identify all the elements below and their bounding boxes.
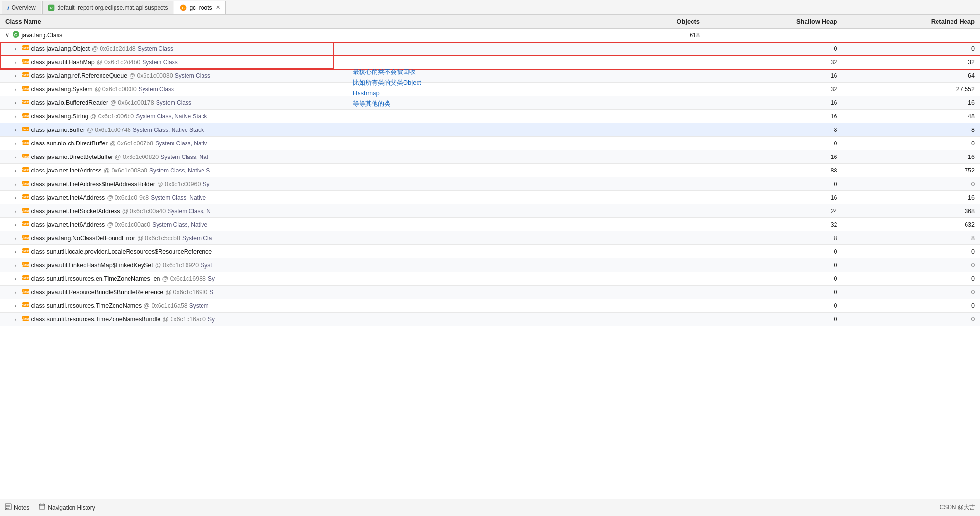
expand-arrow[interactable]: › [15, 141, 20, 146]
table-row[interactable]: ›classclass java.lang.String @ 0x6c1c006… [0, 110, 980, 123]
cell-retained-heap: 32 [842, 56, 980, 69]
expand-arrow[interactable]: › [15, 208, 20, 214]
class-name-cell[interactable]: ∨Cjava.lang.Class [0, 29, 602, 42]
bottom-tab-notes[interactable]: Notes [5, 503, 29, 512]
table-row[interactable]: ›classclass java.lang.Object @ 0x6c1c2d1… [0, 42, 980, 56]
class-name-cell[interactable]: ›classclass java.lang.System @ 0x6c1c000… [0, 83, 602, 96]
expand-arrow[interactable]: › [15, 316, 20, 322]
class-name-cell[interactable]: ›classclass java.lang.NoClassDefFoundErr… [0, 231, 602, 245]
class-type-badge: System Class, Nat [160, 154, 208, 160]
cell-shallow-heap: 0 [705, 272, 842, 286]
table-wrapper[interactable]: Class Name Objects Shallow Heap Retained… [0, 14, 980, 499]
expand-arrow[interactable]: › [15, 222, 20, 228]
class-name-cell[interactable]: ›classclass java.util.LinkedHashMap$Link… [0, 258, 602, 272]
expand-arrow[interactable]: › [15, 114, 20, 119]
class-name-cell[interactable]: ›classclass java.io.BufferedReader @ 0x6… [0, 96, 602, 110]
class-name-cell[interactable]: ›classclass java.net.InetSocketAddress @… [0, 204, 602, 218]
class-name-cell[interactable]: ›classclass java.nio.DirectByteBuffer @ … [0, 150, 602, 164]
table-row[interactable]: ›classclass sun.util.resources.TimeZoneN… [0, 313, 980, 326]
tab-overview[interactable]: i Overview [2, 1, 41, 14]
class-name-text: class sun.util.locale.provider.LocaleRes… [31, 248, 212, 255]
table-row[interactable]: ›classclass java.net.InetAddress @ 0x6c1… [0, 164, 980, 177]
expand-arrow[interactable]: › [15, 235, 20, 241]
table-row[interactable]: ›classclass sun.util.locale.provider.Loc… [0, 245, 980, 258]
class-name-cell[interactable]: ›classclass java.util.HashMap @ 0x6c1c2d… [0, 56, 602, 69]
class-name-cell[interactable]: ›classclass sun.util.resources.en.TimeZo… [0, 272, 602, 286]
expand-arrow[interactable]: › [15, 262, 20, 268]
table-row[interactable]: ›classclass java.io.BufferedReader @ 0x6… [0, 96, 980, 110]
svg-text:class: class [22, 100, 29, 104]
class-name-text: class sun.util.resources.TimeZoneNamesBu… [31, 316, 161, 323]
table-row[interactable]: ›classclass java.util.LinkedHashMap$Link… [0, 258, 980, 272]
table-row[interactable]: ›classclass java.net.InetAddress$InetAdd… [0, 177, 980, 191]
table-row[interactable]: ›classclass sun.nio.ch.DirectBuffer @ 0x… [0, 137, 980, 150]
class-name-cell[interactable]: ›classclass java.net.InetAddress @ 0x6c1… [0, 164, 602, 177]
cell-shallow-heap: 16 [705, 110, 842, 123]
expand-arrow[interactable]: › [15, 181, 20, 187]
cell-shallow-heap: 32 [705, 56, 842, 69]
expand-arrow[interactable]: › [15, 100, 20, 106]
expand-arrow[interactable]: › [15, 249, 20, 255]
class-name-cell[interactable]: ›classclass java.net.InetAddress$InetAdd… [0, 177, 602, 191]
class-name-cell[interactable]: ›classclass sun.util.resources.TimeZoneN… [0, 299, 602, 313]
expand-arrow[interactable]: › [15, 86, 20, 92]
expand-arrow[interactable]: › [15, 195, 20, 201]
table-row[interactable]: ›classclass sun.util.resources.TimeZoneN… [0, 299, 980, 313]
class-name-cell[interactable]: ›classclass java.net.Inet6Address @ 0x6c… [0, 218, 602, 231]
table-row[interactable]: ›classclass java.net.InetSocketAddress @… [0, 204, 980, 218]
class-name-cell[interactable]: ›classclass java.nio.Buffer @ 0x6c1c0074… [0, 123, 602, 137]
table-row[interactable]: ›classclass java.nio.Buffer @ 0x6c1c0074… [0, 123, 980, 137]
cell-retained-heap: 16 [842, 191, 980, 204]
class-name-cell[interactable]: ›classclass java.lang.Object @ 0x6c1c2d1… [0, 42, 602, 56]
expand-arrow[interactable]: › [15, 168, 20, 173]
table-row[interactable]: ›classclass sun.util.resources.en.TimeZo… [0, 272, 980, 286]
col-header-classname[interactable]: Class Name [0, 15, 602, 29]
table-row[interactable]: ›classclass java.util.HashMap @ 0x6c1c2d… [0, 56, 980, 69]
class-name-cell[interactable]: ›classclass java.util.ResourceBundle$Bun… [0, 286, 602, 299]
class-name-cell[interactable]: ›classclass java.lang.String @ 0x6c1c006… [0, 110, 602, 123]
class-name-cell[interactable]: ›classclass java.lang.ref.ReferenceQueue… [0, 69, 602, 83]
col-header-objects[interactable]: Objects [602, 15, 705, 29]
table-row[interactable]: ›classclass java.lang.System @ 0x6c1c000… [0, 83, 980, 96]
table-row[interactable]: ∨Cjava.lang.Class618 [0, 29, 980, 42]
expand-arrow[interactable]: ∨ [5, 32, 10, 38]
svg-text:class: class [22, 290, 29, 293]
class-icon: class [22, 247, 29, 256]
svg-text:class: class [22, 128, 29, 131]
class-name-cell[interactable]: ›classclass java.net.Inet4Address @ 0x6c… [0, 191, 602, 204]
expand-arrow[interactable]: › [15, 73, 20, 79]
expand-arrow[interactable]: › [15, 154, 20, 160]
expand-arrow[interactable]: › [15, 289, 20, 295]
class-name-text: java.lang.Class [22, 32, 63, 39]
class-name-cell[interactable]: ›classclass sun.util.resources.TimeZoneN… [0, 313, 602, 326]
expand-arrow[interactable]: › [15, 276, 20, 282]
table-row[interactable]: ›classclass java.util.ResourceBundle$Bun… [0, 286, 980, 299]
cell-objects [602, 245, 705, 258]
expand-arrow[interactable]: › [15, 127, 20, 133]
tab-default-report[interactable]: R default_report org.eclipse.mat.api:sus… [42, 1, 173, 14]
tab-gc-roots[interactable]: G gc_roots ✕ [174, 1, 226, 14]
class-type-badge: System Class [156, 100, 191, 106]
expand-arrow[interactable]: › [15, 303, 20, 309]
class-name-cell[interactable]: ›classclass sun.nio.ch.DirectBuffer @ 0x… [0, 137, 602, 150]
table-row[interactable]: ›classclass java.lang.ref.ReferenceQueue… [0, 69, 980, 83]
col-header-shallow[interactable]: Shallow Heap [705, 15, 842, 29]
class-name-cell[interactable]: ›classclass sun.util.locale.provider.Loc… [0, 245, 602, 258]
table-row[interactable]: ›classclass java.lang.NoClassDefFoundErr… [0, 231, 980, 245]
expand-arrow[interactable]: › [15, 46, 20, 52]
class-name-address: @ 0x6c1c16a58 [144, 302, 187, 309]
bottom-bar: Notes Navigation History CSDN @大吉 [0, 499, 980, 516]
expand-arrow[interactable]: › [15, 59, 20, 65]
table-row[interactable]: ›classclass java.nio.DirectByteBuffer @ … [0, 150, 980, 164]
table-row[interactable]: ›classclass java.net.Inet6Address @ 0x6c… [0, 218, 980, 231]
notes-icon [5, 503, 12, 512]
svg-text:C: C [14, 32, 17, 37]
col-header-retained[interactable]: Retained Heap [842, 15, 980, 29]
class-name-address: @ 0x6c1c169f0 [165, 289, 207, 296]
class-type-badge: System Class, Native [152, 221, 207, 228]
table-row[interactable]: ›classclass java.net.Inet4Address @ 0x6c… [0, 191, 980, 204]
svg-text:class: class [22, 249, 29, 253]
class-type-badge: Sy [202, 181, 209, 187]
tab-gc-roots-close[interactable]: ✕ [216, 4, 220, 11]
bottom-tab-nav-history[interactable]: Navigation History [39, 503, 95, 512]
